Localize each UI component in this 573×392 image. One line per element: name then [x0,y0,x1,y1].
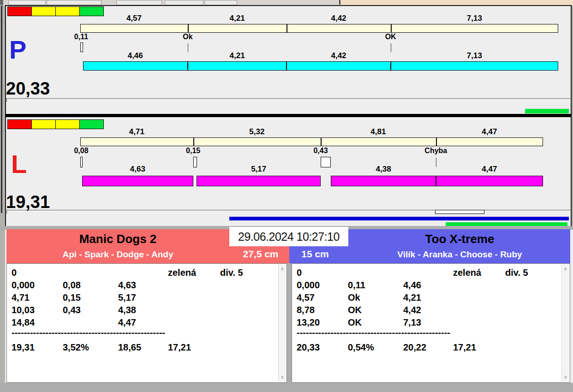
run-bar-segment [331,176,436,186]
run-segment-label: 4,21 [207,51,267,60]
progress-green-bar-l [446,222,567,226]
team-name: Manic Dogs 2 [6,232,229,246]
marker-label: 0,08 [51,147,111,155]
lane-separator [5,114,572,117]
table-total-cell: 3,52% [63,342,89,352]
application-window: P 20,33 4,574,214,427,130,11OkOK4,464,21… [0,0,573,392]
table-cell: 8,78 [297,305,315,315]
table-total-cell: 0,54% [348,342,374,352]
table-cell: OK [348,305,362,315]
team-dog-list: Vilík - Aranka - Choose - Ruby [349,249,570,260]
run-bar-segment [83,61,188,71]
table-cell: 4,71 [12,292,30,303]
results-list-left[interactable]: 0zelenádiv. 50,0000,084,634,710,155,1710… [6,263,287,383]
status-light [79,119,104,129]
split-bar-divider [321,138,322,146]
marker-label: Ok [158,33,218,41]
marker-label: OK [361,33,421,41]
status-light [79,6,104,16]
split-segment-label: 7,13 [444,14,504,23]
table-cell: 4,38 [118,305,136,315]
changeover-tick-marker [436,158,436,167]
changeover-tick-marker [391,43,391,52]
jump-height-badge: 15 cm [295,249,335,260]
split-segment-label: 5,32 [227,127,287,137]
table-cell: 4,46 [403,280,421,290]
scroll-down-icon[interactable]: ∨ [562,374,569,381]
background-strip-segment [116,0,162,5]
split-bar-divider [188,24,189,32]
table-cell: 0 [12,267,17,278]
table-total-cell: 20,33 [297,342,320,352]
marker-label: 0,11 [51,33,111,41]
run-bar-segment [436,176,543,186]
table-cell: zelená [168,267,196,278]
run-bar-segment [286,61,390,71]
run-segment-label: 4,63 [107,165,167,174]
table-cell: 7,13 [403,317,421,327]
split-segment-label: 4,71 [107,127,167,137]
table-total-cell: 18,65 [118,342,141,352]
split-segment-label: 4,42 [309,14,369,23]
lane-total-time-p: 20,33 [6,79,50,99]
marker-label: Chyba [406,147,466,155]
split-bar [80,24,558,33]
status-light [55,6,80,16]
rule-tick [6,211,7,214]
table-cell: 4,63 [118,280,136,290]
split-segment-label: 4,57 [104,14,164,23]
rule-tick [6,99,7,102]
table-cell: 10,03 [12,305,35,315]
split-segment-label: 4,81 [348,127,408,137]
background-strip-segment [165,0,203,5]
scroll-up-icon[interactable]: ∧ [562,265,569,273]
run-bar-segment [197,176,321,186]
table-cell: OK [348,317,362,327]
run-bar-segment [82,176,193,186]
team-dog-list: Api - Spark - Dodge - Andy [6,249,229,260]
scroll-up-icon[interactable]: ∧ [279,265,286,273]
window-left-border-line [1,6,2,213]
run-bar-segment [188,61,287,71]
results-list-right[interactable]: 0zelenádiv. 50,0000,114,464,57Ok4,218,78… [292,263,570,383]
split-bar-divider [391,24,392,32]
table-cell: div. 5 [220,267,243,278]
status-light [55,119,80,129]
run-segment-label: 4,42 [309,51,369,60]
lane-letter-l: L [11,151,27,177]
status-light [7,6,32,16]
table-cell: 14,84 [12,317,35,327]
divider-rule [6,210,570,210]
table-divider-row: ----------------------------------------… [12,327,165,338]
table-divider-row: ----------------------------------------… [297,327,450,338]
status-light [31,6,56,16]
background-strip-segment [47,0,101,5]
table-cell: 5,17 [118,292,136,303]
reaction-box-marker [80,157,83,167]
scroll-down-icon[interactable]: ∨ [279,374,286,381]
reaction-box-marker [80,42,83,52]
run-segment-label: 4,46 [105,51,165,60]
table-cell: 4,21 [403,292,421,303]
table-cell: 4,47 [118,317,136,327]
indicator-box [435,210,484,214]
table-total-cell: 20,22 [403,342,426,352]
marker-label: 0,43 [291,147,351,155]
scrollbar[interactable]: ∧ ∨ [278,264,286,382]
table-total-cell: 17,21 [168,342,191,352]
split-bar-divider [286,24,287,32]
table-cell: 0 [297,267,302,278]
status-light [7,119,32,129]
split-segment-label: 4,21 [207,14,267,23]
panel-gap [287,263,292,383]
table-cell: Ok [348,292,360,303]
run-segment-label: 4,38 [353,165,413,174]
progress-blue-bar [229,217,569,220]
jump-height-badge: 27,5 cm [239,249,283,260]
changeover-tick-marker [188,43,188,52]
timestamp-box: 29.06.2024 10:27:10 [229,227,348,246]
background-strip-segment [205,0,237,5]
table-cell: zelená [453,267,481,278]
scrollbar[interactable]: ∧ ∨ [561,264,569,382]
lane-letter-p: P [9,37,26,63]
